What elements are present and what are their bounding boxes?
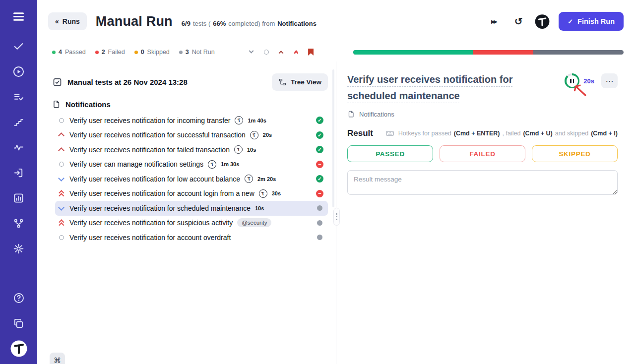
back-icon: « xyxy=(55,17,59,25)
priority-icon xyxy=(58,204,65,212)
tree-view-button[interactable]: Tree View xyxy=(272,73,328,91)
keyboard-icon xyxy=(385,129,394,138)
test-detail-title: Verify user receives notification for sc… xyxy=(347,71,532,104)
test-title: Verify user can manage notification sett… xyxy=(69,160,203,168)
test-duration: 10s xyxy=(247,147,256,153)
test-duration: 2m 20s xyxy=(257,176,276,182)
result-actions: PASSED FAILED SKIPPED xyxy=(347,145,618,162)
priority-icon xyxy=(58,131,65,139)
status-count-value: 4 xyxy=(59,49,62,56)
test-duration: 10s xyxy=(255,205,264,211)
app-window: « Runs Manual Run 6/9 tests ( 66% comple… xyxy=(0,0,635,364)
test-row[interactable]: Verify user can manage notification sett… xyxy=(55,157,328,172)
import-icon[interactable] xyxy=(7,164,30,181)
back-to-runs-button[interactable]: « Runs xyxy=(48,12,87,30)
hotkeys-text: and skipped xyxy=(555,130,588,137)
command-shortcut-button[interactable]: ⌘ xyxy=(50,353,65,364)
rerun-timer-icon[interactable]: ↺ xyxy=(511,14,526,29)
test-list-panel: Manual tests at 26 Nov 2024 13:28 Tree V… xyxy=(37,61,336,364)
status-count-item: 2 Failed xyxy=(95,49,125,56)
suite-group-header[interactable]: Notifications xyxy=(52,100,328,109)
status-count-item: 4 Passed xyxy=(52,49,86,56)
run-progress-bar xyxy=(353,50,624,55)
test-duration: 30s xyxy=(272,190,281,196)
status-dot xyxy=(179,51,183,54)
sidebar xyxy=(0,0,37,364)
testomat-logo-button[interactable] xyxy=(535,14,550,29)
test-title: Verify user receives notification for su… xyxy=(69,131,246,139)
copy-icon[interactable] xyxy=(7,315,30,332)
automated-test-icon: T xyxy=(235,116,243,124)
help-icon[interactable] xyxy=(7,290,30,306)
run-report-icon xyxy=(52,77,63,87)
test-title: Verify user receives notification for fa… xyxy=(69,146,230,154)
result-action-button[interactable]: FAILED xyxy=(440,145,525,162)
test-row[interactable]: Verify user receives notification for ac… xyxy=(55,186,328,201)
result-action-button[interactable]: PASSED xyxy=(347,145,433,162)
test-row[interactable]: Verify user receives notification for su… xyxy=(55,216,328,231)
test-status-icon xyxy=(317,205,322,211)
finish-run-button[interactable]: ✓ Finish Run xyxy=(559,12,624,31)
scrollbar-thumb[interactable] xyxy=(332,69,334,207)
gear-icon[interactable] xyxy=(7,240,30,257)
hotkeys-hint: Hotkeys for passed (Cmd + ENTER) , faile… xyxy=(385,129,618,138)
test-detail-panel: Verify user receives notification for sc… xyxy=(336,61,635,364)
normal-priority-filter-icon[interactable] xyxy=(263,49,270,56)
steps-icon[interactable] xyxy=(7,114,30,130)
summary-source: Notifications xyxy=(277,20,317,27)
summary-percent: 66% xyxy=(213,20,226,27)
test-status-icon xyxy=(316,190,323,197)
bookmark-icon[interactable] xyxy=(308,49,315,56)
test-row[interactable]: Verify user receives notification for sc… xyxy=(55,201,328,216)
hotkeys-text: , failed xyxy=(503,130,521,137)
menu-icon[interactable] xyxy=(7,8,30,25)
test-status-icon xyxy=(316,146,323,153)
automated-test-icon: T xyxy=(245,175,253,183)
pause-timer-button[interactable] xyxy=(565,73,579,88)
test-row[interactable]: Verify user receives notification for ac… xyxy=(55,230,328,245)
git-branch-icon[interactable] xyxy=(7,215,30,232)
double-chevron-up-icon[interactable] xyxy=(293,49,300,56)
priority-icon xyxy=(58,189,65,197)
priority-icon xyxy=(58,117,65,124)
run-summary: 6/9 tests ( 66% completed) from Notifica… xyxy=(182,20,317,27)
summary-count: 6/9 xyxy=(182,20,190,27)
status-count-label: Not Run xyxy=(192,49,215,56)
test-row[interactable]: Verify user receives notification for lo… xyxy=(55,172,328,186)
summary-text: completed) from xyxy=(228,20,275,27)
priority-icon xyxy=(58,219,65,227)
chevron-up-icon[interactable] xyxy=(278,49,285,56)
more-options-button[interactable]: ⋯ xyxy=(601,73,618,88)
test-list-icon[interactable] xyxy=(7,88,30,105)
status-count-value: 0 xyxy=(141,49,144,56)
status-count-label: Skipped xyxy=(147,49,170,56)
status-count-value: 3 xyxy=(186,49,189,56)
bar-chart-icon[interactable] xyxy=(7,189,30,206)
automated-test-icon: T xyxy=(208,160,216,169)
test-status-icon xyxy=(316,117,323,124)
automated-test-icon: T xyxy=(259,189,267,198)
play-circle-icon[interactable] xyxy=(7,63,30,80)
page-title: Manual Run xyxy=(96,14,173,29)
pulse-icon[interactable] xyxy=(7,139,30,156)
test-row[interactable]: Verify user receives notification for in… xyxy=(55,113,328,128)
automated-test-icon: T xyxy=(234,145,243,154)
test-row[interactable]: Verify user receives notification for su… xyxy=(55,128,328,143)
test-status-icon xyxy=(316,131,323,139)
tree-view-label: Tree View xyxy=(291,78,321,86)
fast-forward-icon[interactable]: ▸▸ xyxy=(487,14,502,29)
status-dot xyxy=(134,51,138,54)
test-row[interactable]: Verify user receives notification for fa… xyxy=(55,142,328,157)
check-icon[interactable] xyxy=(7,38,30,55)
result-action-button[interactable]: SKIPPED xyxy=(532,145,618,162)
panel-splitter-handle[interactable] xyxy=(333,208,340,226)
breadcrumb[interactable]: Notifications xyxy=(347,110,618,118)
test-status-icon xyxy=(317,220,322,226)
priority-icon xyxy=(58,175,65,183)
result-message-input[interactable] xyxy=(347,170,618,195)
finish-run-label: Finish Run xyxy=(577,17,615,25)
test-title: Verify user receives notification for in… xyxy=(69,117,230,124)
progress-passed xyxy=(353,50,474,55)
priority-filter-icons xyxy=(248,49,315,56)
chevron-down-icon[interactable] xyxy=(248,49,255,56)
